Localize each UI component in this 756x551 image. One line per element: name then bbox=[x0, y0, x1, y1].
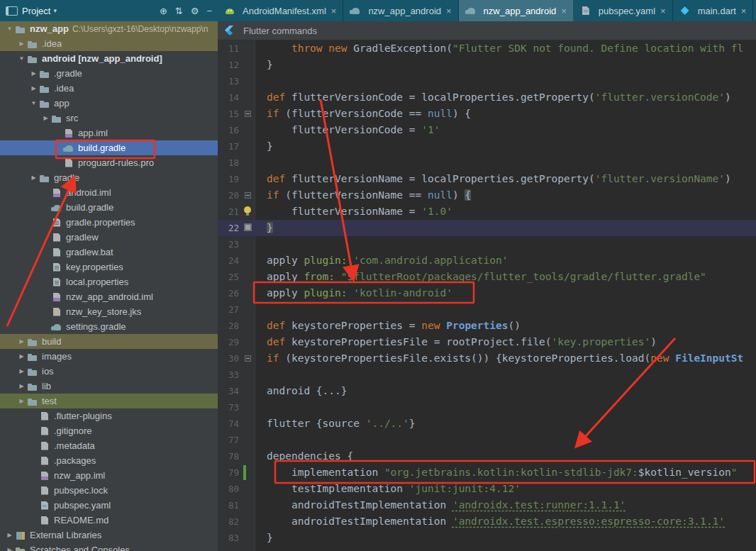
code-line[interactable]: 26 apply plugin: 'kotlin-android' bbox=[218, 285, 756, 301]
tree-row[interactable]: ▶ Scratches and Consoles bbox=[0, 542, 218, 551]
gutter-area[interactable] bbox=[242, 122, 255, 138]
tree-row[interactable]: nzw_app.iml bbox=[0, 468, 218, 483]
expand-arrow-icon[interactable]: ▶ bbox=[16, 398, 27, 404]
code-line[interactable]: 24 apply plugin: 'com.android.applicatio… bbox=[218, 252, 756, 269]
gutter-area[interactable] bbox=[242, 383, 255, 399]
gutter-area[interactable] bbox=[242, 236, 255, 252]
code-line[interactable]: 18 bbox=[218, 155, 756, 171]
tree-row[interactable]: build.gradle bbox=[0, 140, 218, 155]
tree-row[interactable]: .flutter-plugins bbox=[0, 408, 218, 423]
gutter-area[interactable] bbox=[242, 481, 255, 497]
gutter-area[interactable] bbox=[242, 204, 255, 220]
tree-row[interactable]: ▶ .gradle bbox=[0, 66, 218, 81]
tree-row[interactable]: ▼ app bbox=[0, 96, 218, 111]
flutter-commands-banner[interactable]: Flutter commands bbox=[218, 21, 756, 40]
intention-bulb-icon[interactable] bbox=[244, 206, 251, 213]
tree-row[interactable]: proguard-rules.pro bbox=[0, 155, 218, 170]
expand-arrow-icon[interactable]: ▶ bbox=[16, 353, 27, 360]
gutter-area[interactable] bbox=[242, 301, 255, 318]
expand-arrow-icon[interactable]: ▼ bbox=[28, 100, 39, 106]
tree-row[interactable]: ▶ lib bbox=[0, 379, 218, 394]
code-line[interactable]: 34 android {...} bbox=[218, 383, 756, 399]
close-icon[interactable]: × bbox=[741, 6, 747, 16]
code-line[interactable]: 80 testImplementation 'junit:junit:4.12' bbox=[218, 481, 756, 497]
close-icon[interactable]: × bbox=[660, 6, 666, 16]
tree-row[interactable]: .metadata bbox=[0, 438, 218, 453]
code-line[interactable]: 21 flutterVersionName = '1.0' bbox=[218, 204, 756, 220]
tree-row[interactable]: gradle.properties bbox=[0, 215, 218, 230]
code-line[interactable]: 17 } bbox=[218, 138, 756, 155]
code-line[interactable]: 20 if (flutterVersionName == null) { bbox=[218, 187, 756, 204]
close-icon[interactable]: × bbox=[331, 6, 337, 16]
expand-arrow-icon[interactable]: ▶ bbox=[28, 174, 39, 181]
expand-arrow-icon[interactable]: ▶ bbox=[16, 338, 27, 345]
code-line[interactable]: 73 bbox=[218, 399, 756, 416]
code-line[interactable]: 78 dependencies { bbox=[218, 448, 756, 464]
fold-toggle-icon[interactable] bbox=[245, 111, 251, 117]
gutter-area[interactable] bbox=[242, 497, 255, 513]
gutter-area[interactable] bbox=[242, 399, 255, 416]
code-line[interactable]: 33 bbox=[218, 367, 756, 383]
code-line[interactable]: 12 } bbox=[218, 57, 756, 73]
tree-row[interactable]: gradlew bbox=[0, 230, 218, 245]
expand-arrow-icon[interactable]: ▶ bbox=[40, 115, 51, 121]
code-line[interactable]: 14 def flutterVersionCode = localPropert… bbox=[218, 89, 756, 106]
expand-arrow-icon[interactable]: ▼ bbox=[16, 55, 27, 62]
gutter-area[interactable] bbox=[242, 187, 255, 204]
locate-icon[interactable]: ⊕ bbox=[160, 6, 167, 16]
code-line[interactable]: 25 apply from: "$flutterRoot/packages/fl… bbox=[218, 269, 756, 285]
gutter-area[interactable] bbox=[242, 155, 255, 171]
code-line[interactable]: 13 bbox=[218, 73, 756, 89]
gutter-area[interactable] bbox=[242, 464, 255, 481]
gutter-area[interactable] bbox=[242, 73, 255, 89]
code-line[interactable]: 22 } bbox=[218, 220, 756, 236]
tree-row[interactable]: ▶ src bbox=[0, 111, 218, 126]
gutter-area[interactable] bbox=[242, 269, 255, 285]
code-line[interactable]: 81 androidTestImplementation 'androidx.t… bbox=[218, 497, 756, 513]
tree-row[interactable]: nzw_app_android.iml bbox=[0, 289, 218, 304]
gutter-area[interactable] bbox=[242, 171, 255, 187]
code-line[interactable]: 79 implementation "org.jetbrains.kotlin:… bbox=[218, 464, 756, 481]
gutter-area[interactable] bbox=[242, 57, 255, 73]
chevron-down-icon[interactable]: ▾ bbox=[53, 7, 57, 14]
tree-row[interactable]: ▼ nzw_app C:\Users\gxzt-16\Desktop\nzwap… bbox=[0, 21, 218, 36]
expand-arrow-icon[interactable]: ▶ bbox=[4, 547, 15, 551]
gutter-area[interactable] bbox=[242, 106, 255, 122]
gutter-area[interactable] bbox=[242, 318, 255, 334]
tree-row[interactable]: app.iml bbox=[0, 126, 218, 140]
scroll-from-source-icon[interactable]: ⇅ bbox=[175, 6, 183, 16]
code-line[interactable]: 29 def keystorePropertiesFile = rootProj… bbox=[218, 334, 756, 350]
close-icon[interactable]: × bbox=[446, 6, 452, 16]
code-line[interactable]: 27 bbox=[218, 301, 756, 318]
editor-tab[interactable]: main.dart × bbox=[673, 0, 754, 21]
tree-row[interactable]: ▶ External Libraries bbox=[0, 528, 218, 542]
tree-row[interactable]: ▶ gradle bbox=[0, 170, 218, 185]
fold-toggle-icon[interactable] bbox=[245, 192, 251, 199]
code-line[interactable]: 83 } bbox=[218, 530, 756, 546]
tree-row[interactable]: settings.gradle bbox=[0, 319, 218, 334]
gutter-area[interactable] bbox=[242, 367, 255, 383]
gutter-area[interactable] bbox=[242, 416, 255, 432]
code-line[interactable]: 28 def keystoreProperties = new Properti… bbox=[218, 318, 756, 334]
tree-row[interactable]: key.properties bbox=[0, 260, 218, 274]
gutter-area[interactable] bbox=[242, 513, 255, 530]
gutter-area[interactable] bbox=[242, 252, 255, 269]
code-area[interactable]: 11 throw new GradleException("Flutter SD… bbox=[218, 40, 756, 551]
expand-arrow-icon[interactable]: ▶ bbox=[4, 532, 15, 538]
tree-row[interactable]: ▶ build bbox=[0, 334, 218, 349]
code-line[interactable]: 23 bbox=[218, 236, 756, 252]
gutter-area[interactable] bbox=[242, 350, 255, 367]
tree-row[interactable]: .packages bbox=[0, 453, 218, 468]
tree-row[interactable]: .gitignore bbox=[0, 423, 218, 438]
code-line[interactable]: 19 def flutterVersionName = localPropert… bbox=[218, 171, 756, 187]
code-line[interactable]: 16 flutterVersionCode = '1' bbox=[218, 122, 756, 138]
tree-row[interactable]: ▶ .idea bbox=[0, 81, 218, 96]
code-line[interactable]: 11 throw new GradleException("Flutter SD… bbox=[218, 40, 756, 57]
expand-arrow-icon[interactable]: ▶ bbox=[28, 70, 39, 77]
tree-row[interactable]: local.properties bbox=[0, 274, 218, 289]
editor-tab[interactable]: pubspec.yaml × bbox=[574, 0, 673, 21]
gutter-area[interactable] bbox=[242, 220, 255, 236]
close-icon[interactable]: × bbox=[561, 6, 567, 16]
editor-tab[interactable]: nzw_app_android × bbox=[343, 0, 458, 21]
tree-row[interactable]: android.iml bbox=[0, 185, 218, 200]
